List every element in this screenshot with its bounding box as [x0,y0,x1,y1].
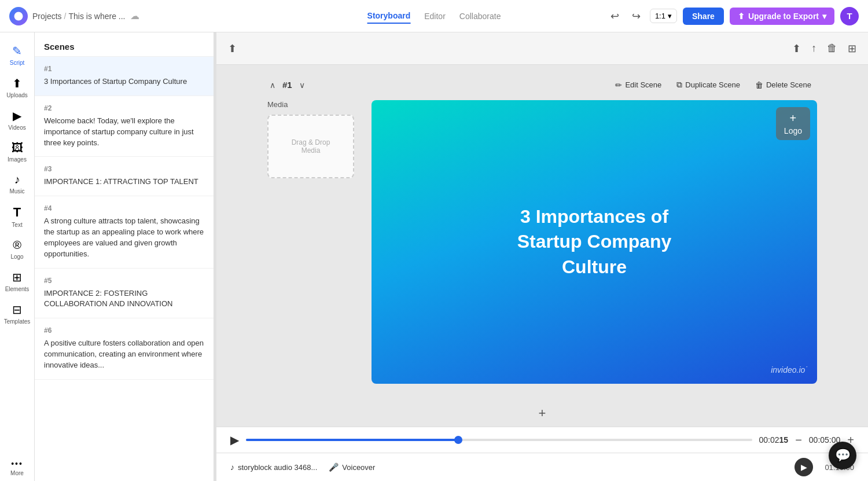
scene-item-3[interactable]: #3 IMPORTANCE 1: ATTRACTING TOP TALENT [35,157,214,196]
edit-scene-button[interactable]: ✏ Edit Scene [609,77,667,93]
scene-item-1[interactable]: #1 3 Importances of Startup Company Cult… [35,57,214,96]
toolbar-upload-icon[interactable]: ⬆ [226,40,239,57]
tab-storyboard[interactable]: Storyboard [367,9,411,24]
sidebar-label-elements: Elements [5,286,30,292]
current-time: 00:0215 [759,435,789,445]
zoom-label: 1:1 [655,12,665,20]
scene-text-5: IMPORTANCE 2: FOSTERING COLLABORATION AN… [44,288,204,310]
progress-track[interactable] [246,439,752,441]
projects-link[interactable]: Projects [32,12,62,21]
zoom-button[interactable]: 1:1 ▾ [650,9,677,23]
logo-icon: ® [13,238,21,252]
logo-add-button[interactable]: + Logo [776,107,810,140]
edit-scene-icon: ✏ [615,80,622,90]
delete-scene-icon: 🗑 [755,80,763,90]
scene-num-3: #3 [44,165,204,173]
share-button[interactable]: Share [683,8,724,25]
scene-text-4: A strong culture attracts top talent, sh… [44,216,204,259]
chat-button[interactable]: 💬 [829,442,856,469]
cloud-icon: ☁ [130,10,139,21]
add-scene-row: + [216,400,868,427]
video-canvas: 3 Importances ofStartup CompanyCulture +… [372,100,817,384]
scene-num-1: #1 [44,65,204,73]
time-bold: 15 [779,435,789,445]
scene-text-6: A positive culture fosters collaboration… [44,338,204,371]
zoom-chevron-icon: ▾ [668,12,672,20]
tab-editor[interactable]: Editor [424,9,446,23]
add-scene-button[interactable]: + [539,406,546,421]
progress-thumb [454,436,462,444]
videos-icon: ▶ [13,109,21,123]
media-dropzone[interactable]: Drag & DropMedia [267,115,354,178]
time-prefix: 00:02 [759,435,779,445]
audio-bar: ♪ storyblock audio 3468... 🎤 Voiceover ▶… [216,453,868,481]
scene-item-4[interactable]: #4 A strong culture attracts top talent,… [35,196,214,268]
user-avatar[interactable]: T [840,7,859,25]
toolbar-delete-icon[interactable]: 🗑 [825,40,840,57]
audio-voiceover-track: 🎤 Voiceover [329,462,375,472]
audio-voiceover-label: Voiceover [342,463,375,472]
media-label: Media [267,100,360,109]
sidebar-label-videos: Videos [8,124,25,131]
undo-button[interactable]: ↩ [607,8,623,25]
sidebar-item-music[interactable]: ♪ Music [2,168,32,199]
scenes-header: Scenes [35,32,214,57]
sidebar-item-text[interactable]: T Text [2,200,32,233]
music-note-icon: ♪ [230,462,234,472]
canvas-area: ⬆ ⬆ ↑ 🗑 ⊞ ∧ #1 ∨ ✏ Edit Scene [216,32,868,481]
scene-prev-button[interactable]: ∧ [267,79,278,91]
sidebar-item-logo[interactable]: ® Logo [2,234,32,265]
duplicate-scene-icon: ⧉ [676,80,682,90]
toolbar-export-up-icon[interactable]: ⬆ [790,40,803,57]
icon-sidebar: ✎ Script ⬆ Uploads ▶ Videos 🖼 Images ♪ M… [0,32,35,481]
scene-item-2[interactable]: #2 Welcome back! Today, we'll explore th… [35,96,214,157]
sidebar-item-images[interactable]: 🖼 Images [2,137,32,167]
scene-content: ∧ #1 ∨ ✏ Edit Scene ⧉ Duplicate Scene 🗑 [216,65,868,400]
scene-num-5: #5 [44,277,204,285]
sidebar-item-script[interactable]: ✎ Script [2,39,32,71]
scenes-list: #1 3 Importances of Startup Company Cult… [35,57,214,481]
delete-scene-label: Delete Scene [766,80,811,89]
tab-collaborate[interactable]: Collaborate [459,9,501,23]
music-icon: ♪ [14,173,20,186]
watermark-text: invideo.io˙ [771,365,808,374]
app-logo[interactable] [9,7,28,25]
scene-text-1: 3 Importances of Startup Company Culture [44,76,204,87]
canvas-toolbar: ⬆ ⬆ ↑ 🗑 ⊞ [216,32,868,65]
scene-next-button[interactable]: ∨ [297,79,307,91]
toolbar-grid-icon[interactable]: ⊞ [845,40,859,57]
time-minus-button[interactable]: − [795,434,802,447]
breadcrumb: Projects / This is where ... [32,12,126,21]
redo-button[interactable]: ↪ [628,8,644,25]
sidebar-item-more[interactable]: ••• More [2,454,32,481]
scene-item-6[interactable]: #6 A positive culture fosters collaborat… [35,318,214,380]
sidebar-item-videos[interactable]: ▶ Videos [2,104,32,135]
sidebar-item-elements[interactable]: ⊞ Elements [2,266,32,297]
sidebar-item-uploads[interactable]: ⬆ Uploads [2,72,32,103]
top-nav: Projects / This is where ... ☁ Storyboar… [0,0,868,32]
text-icon: T [13,205,21,220]
sidebar-item-templates[interactable]: ⊟ Templates [2,298,32,329]
toolbar-right: ⬆ ↑ 🗑 ⊞ [790,40,859,57]
scene-text-2: Welcome back! Today, we'll explore the i… [44,116,204,149]
toolbar-left: ⬆ [226,40,239,57]
delete-scene-button[interactable]: 🗑 Delete Scene [749,77,817,93]
toolbar-arrow-up-icon[interactable]: ↑ [809,40,819,57]
audio-play-button[interactable]: ▶ [795,458,813,476]
play-button[interactable]: ▶ [230,433,239,447]
scene-item-5[interactable]: #5 IMPORTANCE 2: FOSTERING COLLABORATION… [35,269,214,319]
elements-icon: ⊞ [12,270,22,284]
main-layout: ✎ Script ⬆ Uploads ▶ Videos 🖼 Images ♪ M… [0,32,868,481]
scene-num-2: #2 [44,104,204,112]
voiceover-icon: 🎤 [329,462,339,472]
project-title[interactable]: This is where ... [68,12,125,21]
scene-header-bar: ∧ #1 ∨ ✏ Edit Scene ⧉ Duplicate Scene 🗑 [267,76,817,93]
upgrade-button[interactable]: ⬆ Upgrade to Export ▾ [730,8,834,25]
progress-fill [246,439,458,441]
scene-text-3: IMPORTANCE 1: ATTRACTING TOP TALENT [44,177,204,188]
images-icon: 🖼 [12,141,23,155]
media-drop-text: Drag & DropMedia [292,138,330,155]
duplicate-scene-label: Duplicate Scene [685,80,740,89]
duplicate-scene-button[interactable]: ⧉ Duplicate Scene [671,76,746,93]
upgrade-label: Upgrade to Export [748,12,819,21]
